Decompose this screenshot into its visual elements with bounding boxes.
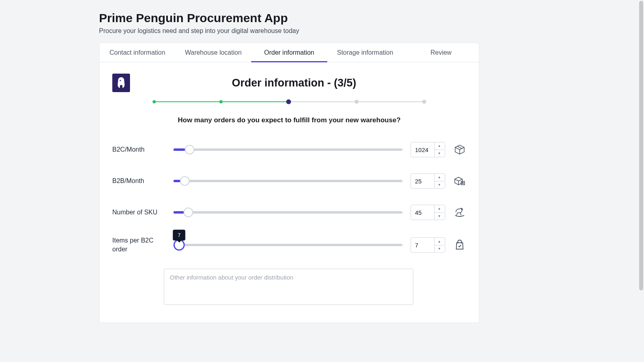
warehouse-box-icon — [453, 175, 466, 187]
input-sku[interactable] — [411, 205, 434, 220]
input-wrap-sku: ▲ ▼ — [411, 205, 445, 220]
step-down-b2b[interactable]: ▼ — [435, 181, 444, 189]
step-line-1 — [156, 101, 219, 102]
step-down-items[interactable]: ▼ — [435, 245, 444, 253]
input-wrap-b2b: ▲ ▼ — [411, 173, 445, 189]
slider-thumb-b2c[interactable] — [185, 145, 194, 154]
form-content: Order information - (3/5) How many order… — [99, 62, 479, 323]
page-header: Prime Penguin Procurement App Procure yo… — [99, 11, 545, 35]
step-dot-1 — [153, 100, 156, 103]
penguin-icon — [116, 77, 126, 89]
step-line-4 — [359, 101, 422, 102]
brand-logo — [112, 74, 130, 92]
page-title: Order information - (3/5) — [140, 77, 448, 89]
step-line-3 — [291, 101, 355, 102]
step-down-b2c[interactable]: ▼ — [435, 150, 444, 157]
step-dot-3 — [286, 99, 291, 104]
input-b2b-month[interactable] — [411, 174, 434, 188]
form-question: How many orders do you expect to fulfill… — [112, 116, 466, 124]
slider-items[interactable]: 7 — [173, 244, 402, 246]
slider-thumb-items[interactable]: 7 — [173, 239, 185, 251]
step-dot-5 — [422, 100, 426, 104]
slider-thumb-b2b[interactable] — [180, 176, 190, 186]
svg-point-1 — [461, 209, 462, 210]
step-up-items[interactable]: ▲ — [435, 238, 444, 245]
step-down-sku[interactable]: ▼ — [435, 213, 444, 220]
form-card: Contact information Warehouse location O… — [99, 43, 479, 323]
tab-review[interactable]: Review — [403, 43, 479, 62]
label-b2b-month: B2B/Month — [112, 177, 165, 185]
app-title: Prime Penguin Procurement App — [99, 11, 545, 25]
tab-order-information[interactable]: Order information — [251, 43, 327, 62]
tab-bar: Contact information Warehouse location O… — [99, 43, 479, 62]
step-up-b2c[interactable]: ▲ — [435, 142, 444, 150]
step-dot-2 — [219, 100, 223, 103]
vertical-scrollbar[interactable] — [638, 0, 644, 362]
input-b2c-month[interactable] — [411, 142, 434, 157]
rocking-horse-icon — [453, 206, 466, 218]
row-b2c-month: B2C/Month ▲ ▼ — [112, 142, 466, 157]
step-up-sku[interactable]: ▲ — [435, 205, 444, 213]
label-sku: Number of SKU — [112, 208, 165, 217]
tab-warehouse-location[interactable]: Warehouse location — [175, 43, 252, 62]
scrollbar-thumb[interactable] — [639, 1, 643, 290]
step-up-b2b[interactable]: ▲ — [435, 174, 444, 181]
other-info-textarea[interactable] — [164, 269, 413, 305]
input-wrap-b2c: ▲ ▼ — [411, 142, 445, 157]
slider-b2b-month[interactable] — [173, 180, 402, 182]
shopping-bag-icon — [453, 239, 466, 251]
input-wrap-items: ▲ ▼ — [411, 237, 445, 253]
row-items: Items per B2C order 7 ▲ ▼ — [112, 236, 466, 254]
tab-storage-information[interactable]: Storage information — [327, 43, 403, 62]
step-dot-4 — [355, 100, 359, 104]
label-items: Items per B2C order — [112, 236, 165, 254]
slider-b2c-month[interactable] — [173, 148, 402, 151]
slider-sku[interactable] — [173, 211, 402, 214]
tab-contact-information[interactable]: Contact information — [99, 43, 175, 62]
input-items[interactable] — [411, 238, 434, 252]
row-b2b-month: B2B/Month ▲ ▼ — [112, 173, 466, 189]
label-b2c-month: B2C/Month — [112, 145, 165, 154]
row-sku: Number of SKU ▲ ▼ — [112, 205, 466, 220]
progress-stepper — [153, 99, 426, 104]
slider-tooltip: 7 — [173, 230, 186, 241]
app-subtitle: Procure your logistics need and step int… — [99, 27, 545, 35]
package-icon — [453, 144, 466, 156]
slider-thumb-sku[interactable] — [184, 208, 193, 217]
step-line-2 — [223, 101, 286, 102]
